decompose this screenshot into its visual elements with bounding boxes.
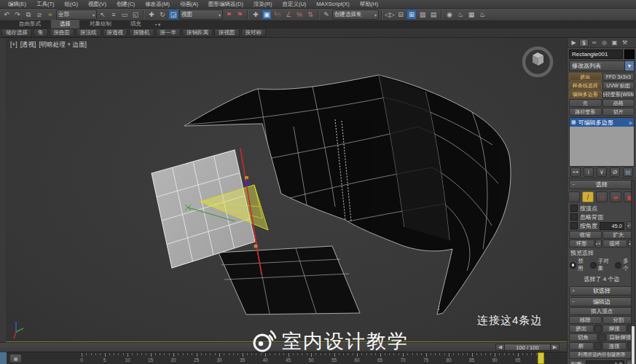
modifier-list-dropdown[interactable]: 修改器列表 ▼ [569, 60, 635, 71]
ribbon-tool-2[interactable]: 按曲面 [50, 28, 75, 37]
menu-item-7[interactable]: 图形编辑器(D) [203, 1, 248, 8]
motion-tab[interactable]: ◎ [600, 39, 609, 47]
ribbon-config-icon[interactable]: ▪ ▾ [152, 21, 164, 28]
grow-button[interactable]: 扩大 [602, 231, 635, 239]
object-color-swatch[interactable] [624, 50, 635, 59]
frame-marker[interactable] [538, 352, 544, 364]
create-tab[interactable]: ▶ [569, 39, 578, 47]
stack-item-editable-poly[interactable]: ▦ 可编辑多边形 ▹ [570, 118, 634, 127]
mini-listener[interactable] [0, 352, 7, 364]
mirror-icon[interactable]: ◁▷ [385, 9, 395, 20]
split-button[interactable]: 分割 [602, 316, 635, 324]
viewport-view-menu[interactable]: [透视] [20, 41, 36, 50]
chamfer-button[interactable]: 切角 [569, 333, 597, 341]
modifier-button-3[interactable]: UVW 贴图 [602, 82, 635, 90]
window-crossing-icon[interactable]: ◱ [130, 9, 141, 20]
ribbon-tool-7[interactable]: 按轴距离 [182, 28, 213, 37]
shrink-button[interactable]: 收缩 [569, 231, 602, 239]
insert-vertex-button[interactable]: 插入顶点 [569, 307, 635, 315]
align-icon[interactable]: ⊟ [396, 9, 406, 20]
menu-item-0[interactable]: 编辑(E) [3, 1, 31, 8]
modifier-button-7[interactable]: 晶格 [602, 99, 635, 107]
angle-snap-icon[interactable]: ∠ [283, 9, 294, 20]
edit-named-selections-icon[interactable]: ✎ [321, 9, 331, 20]
menu-item-8[interactable]: 渲染(R) [248, 1, 277, 8]
next-frame-icon[interactable]: ▶ [550, 344, 560, 351]
modifier-button-6[interactable]: 壳 [569, 99, 602, 107]
menu-item-4[interactable]: 创建(C) [111, 1, 140, 8]
modifier-button-1[interactable]: FFD 3x3x3 [602, 73, 635, 81]
perspective-viewport[interactable] [6, 38, 567, 342]
rendered-frame-icon[interactable]: ▦ [466, 9, 476, 20]
layer-manager-icon[interactable]: ⊞ [407, 9, 417, 20]
select-by-name-icon[interactable]: ≡ [109, 9, 119, 20]
render-setup-icon[interactable]: ♨ [455, 9, 466, 20]
viewport-nav-menu[interactable]: [+] [10, 41, 17, 50]
curve-editor-icon[interactable]: ▤ [428, 9, 439, 20]
select-and-place-icon[interactable]: ✚ [251, 9, 261, 20]
menu-item-5[interactable]: 修改器(M) [140, 1, 175, 8]
panel-scrollbar[interactable] [631, 181, 635, 364]
border-mode-icon[interactable]: ◇ [596, 191, 608, 202]
ribbon-tab-1[interactable]: 选择 [51, 20, 79, 28]
select-and-link-icon[interactable]: ⧉ [23, 9, 34, 20]
snap-toggle-icon[interactable]: ³∩ [272, 9, 283, 20]
hierarchy-tab[interactable]: ∞ [589, 39, 599, 47]
weight-value-field[interactable]: 1.0 [586, 360, 624, 364]
make-unique-icon[interactable]: ∨ [597, 167, 607, 177]
ribbon-tab-2[interactable]: 对象绘制 [81, 20, 120, 28]
redo-icon[interactable]: ↷ [12, 9, 23, 20]
use-pivot-point-icon[interactable]: ⚑ [224, 9, 234, 20]
viewcube[interactable] [524, 48, 551, 76]
select-and-move-icon[interactable]: ✚ [146, 9, 157, 20]
menu-item-3[interactable]: 视图(V) [83, 1, 111, 8]
modify-tab[interactable]: § [579, 39, 589, 47]
modifier-button-2[interactable]: 样条线选择 [569, 82, 602, 90]
polygon-mode-icon[interactable]: ▰ [610, 191, 621, 202]
show-end-result-icon[interactable]: i [584, 167, 594, 177]
bridge-settings-button[interactable] [594, 342, 602, 350]
modifier-button-9[interactable]: 切片 [602, 108, 635, 116]
selection-filter-dropdown[interactable]: 全部▾ [56, 9, 97, 20]
object-name-field[interactable]: Rectangle001 [569, 50, 623, 59]
unlink-selection-icon[interactable]: ⧄ [34, 9, 44, 20]
rollout-selection[interactable]: − 选择 [569, 180, 635, 189]
select-and-manipulate-icon[interactable]: ⚑ [235, 9, 245, 20]
menu-item-2[interactable]: 组(G) [60, 1, 83, 8]
percent-snap-icon[interactable]: % [294, 9, 305, 20]
render-production-icon[interactable]: ♨ [477, 9, 487, 20]
configure-modifier-sets-icon[interactable]: ▤ [623, 167, 633, 177]
menu-item-10[interactable]: MAXScript(X) [311, 1, 354, 7]
utilities-tab[interactable]: ⚒ [620, 39, 629, 47]
menu-item-6[interactable]: 动画(A) [175, 1, 203, 8]
keyboard-override-icon[interactable]: ▣ [262, 9, 272, 20]
menu-item-9[interactable]: 自定义(U) [277, 1, 311, 8]
modifier-button-8[interactable]: 路径变形 [569, 108, 602, 116]
ring-spinner[interactable]: ▲▼ [595, 240, 602, 248]
named-selection-dropdown[interactable]: 创建选择集▾ [332, 9, 379, 20]
by-vertex-checkbox[interactable] [570, 205, 578, 212]
extrude-settings-button[interactable] [594, 325, 602, 333]
ring-button[interactable]: 环形 [569, 240, 594, 248]
rectangular-selection-icon[interactable]: ▭ [119, 9, 130, 20]
previous-frame-icon[interactable]: ◀ [495, 344, 505, 351]
ribbon-tool-0[interactable]: 储存选择 [1, 28, 32, 37]
preview-subobject-radio[interactable] [590, 262, 597, 269]
menu-item-1[interactable]: 工具(T) [31, 1, 60, 8]
ribbon-tool-4[interactable]: 按透视 [103, 28, 128, 37]
reference-coordinate-dropdown[interactable]: 视图▾ [179, 9, 223, 20]
ribbon-tab-3[interactable]: 填充 [122, 20, 150, 28]
select-and-scale-icon[interactable]: ◲ [168, 9, 178, 20]
bind-to-space-warp-icon[interactable]: ≈ [45, 9, 55, 20]
ribbon-tool-6[interactable]: 按一半 [156, 28, 181, 37]
preview-disable-radio[interactable] [570, 262, 576, 269]
ribbon-tool-3[interactable]: 按法线 [76, 28, 101, 37]
select-object-icon[interactable]: ↖ [98, 9, 108, 20]
spinner-snap-icon[interactable]: ⇅ [305, 9, 315, 20]
current-frame-display[interactable]: 100 / 100 [505, 344, 550, 351]
angle-value-field[interactable]: 45.0 [600, 222, 624, 230]
undo-icon[interactable]: ↶ [1, 9, 12, 20]
modifier-stack[interactable]: ▦ 可编辑多边形 ▹ [569, 117, 635, 167]
open-mini-curve-editor-icon[interactable]: ▦ [9, 354, 22, 363]
connect-button[interactable]: 连接 [602, 342, 627, 350]
